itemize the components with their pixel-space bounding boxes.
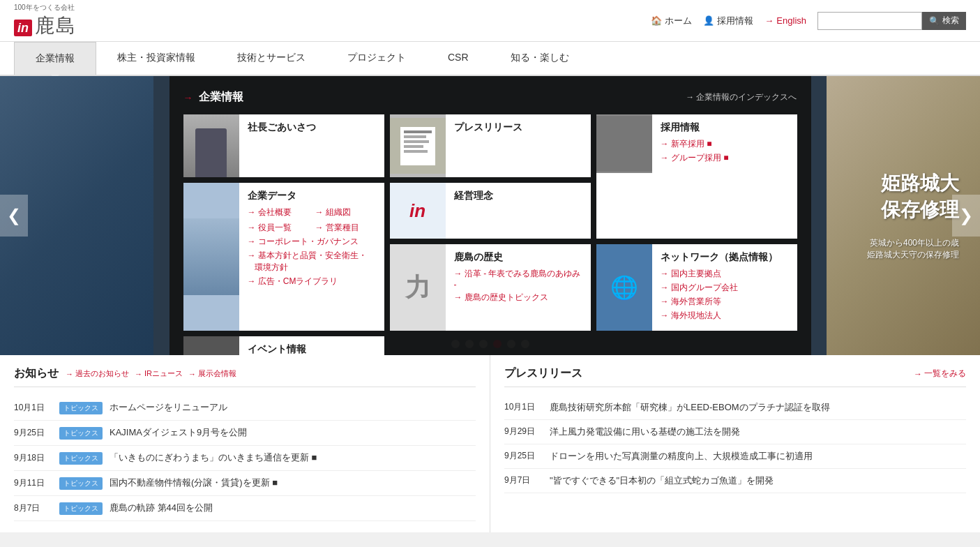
- hero-text-right: 姫路城大 保存修理 英城から400年以上の歳 姫路城大天守の保存修理: [867, 170, 959, 261]
- news-tag-ir[interactable]: → IRニュース: [135, 368, 183, 379]
- press-item-2: 9月29日 洋上風力発電設備に用いる基礎の施工法を開発: [504, 420, 966, 444]
- hero-title: 姫路城大: [867, 170, 959, 197]
- home-link[interactable]: 🏠 ホーム: [651, 15, 692, 27]
- news-tag-exhibition[interactable]: → 展示会情報: [188, 368, 236, 379]
- company-governance-link[interactable]: → コーポレート・ガバナンス: [248, 236, 376, 248]
- recruit-new-grad-link[interactable]: → 新卒採用 ■: [661, 138, 789, 150]
- company-overview-link[interactable]: → 会社概要: [248, 207, 308, 218]
- search-input[interactable]: [817, 12, 922, 30]
- news-text-2[interactable]: KAJIMAダイジェスト9月号を公開: [110, 426, 476, 439]
- company-directors-link[interactable]: → 役員一覧: [248, 222, 308, 234]
- recruit-label: 採用情報: [717, 15, 753, 27]
- news-date-4: 9月11日: [14, 477, 52, 489]
- card-management-title: 経営理念: [454, 190, 582, 202]
- press-date-4: 9月7日: [504, 474, 543, 487]
- card-history-title: 鹿島の歴史: [454, 251, 582, 264]
- card-press[interactable]: プレスリリース: [390, 114, 591, 177]
- nav-item-tech[interactable]: 技術とサービス: [216, 42, 326, 75]
- english-label: English: [776, 15, 806, 26]
- logo-name: 鹿島: [35, 15, 77, 36]
- news-text-3[interactable]: 「いきものにぎわうまち」のいきまち通信を更新 ■: [110, 451, 476, 464]
- card-network-inner: 🌐 ネットワーク（拠点情報） → 国内主要拠点 → 国内グループ会社 → 海外営…: [596, 244, 797, 331]
- company-policy-link[interactable]: → 基本方針と品質・安全衛生・ 環境方針: [248, 250, 376, 274]
- tag-arrow-ir: →: [135, 370, 142, 378]
- management-image: in: [390, 183, 446, 239]
- press-text-1[interactable]: 鹿島技術研究所本館「研究棟」がLEED-EBOMのプラチナ認証を取得: [550, 401, 966, 414]
- card-event[interactable]: イベント情報 → 展示会情報 → 見学会情報: [183, 336, 384, 355]
- news-item-3: 9月18日 トピックス 「いきものにぎわうまち」のいきまち通信を更新 ■: [14, 446, 476, 471]
- card-president[interactable]: 社長ごあいさつ: [183, 114, 384, 177]
- history-topics-link[interactable]: → 鹿島の歴史トピックス: [454, 292, 582, 304]
- search-button[interactable]: 🔍 検索: [922, 12, 966, 30]
- news-item-2: 9月25日 トピックス KAJIMAダイジェスト9月号を公開: [14, 421, 476, 446]
- nav-item-investors[interactable]: 株主・投資家情報: [96, 42, 216, 75]
- logo-area: 100年をつくる会社 in 鹿島: [14, 3, 77, 39]
- slide-next-button[interactable]: ❯: [952, 195, 980, 237]
- news-text-1[interactable]: ホームページをリニューアル: [110, 401, 476, 414]
- card-press-content: プレスリリース: [446, 114, 591, 177]
- press-item-4: 9月7日 "皆ですぐできる"日本初の「組立式蛇カゴ魚道」を開発: [504, 469, 966, 493]
- news-text-4[interactable]: 国内不動産物件情報(分譲・賃貸)を更新 ■: [110, 477, 476, 489]
- press-text-4[interactable]: "皆ですぐできる"日本初の「組立式蛇カゴ魚道」を開発: [550, 474, 966, 487]
- logo-mark: in 鹿島: [14, 13, 77, 39]
- press-item-1: 10月1日 鹿島技術研究所本館「研究棟」がLEED-EBOMのプラチナ認証を取得: [504, 396, 966, 420]
- home-label: ホーム: [665, 15, 692, 27]
- history-image: 力: [390, 244, 446, 331]
- press-date-1: 10月1日: [504, 401, 543, 414]
- tag-label-ir: IRニュース: [144, 368, 183, 379]
- card-management-content: 経営理念: [446, 183, 591, 239]
- person-icon: 👤: [703, 15, 714, 26]
- card-company-inner: 企業データ → 会社概要 → 組織図 → 役員一覧 → 営業種目 → コーポレー…: [183, 183, 384, 331]
- dropdown-arrow-icon: →: [183, 92, 193, 103]
- news-header: お知らせ → 過去のお知らせ → IRニュース → 展示会情報: [14, 366, 476, 387]
- dropdown-grid: 社長ごあいさつ: [183, 114, 797, 355]
- news-section: お知らせ → 過去のお知らせ → IRニュース → 展示会情報 10月1日 トピ…: [0, 355, 490, 532]
- history-timeline-link[interactable]: → 沿革 - 年表でみる鹿島のあゆみ -: [454, 268, 582, 290]
- search-label: 検索: [942, 15, 959, 27]
- english-link[interactable]: → English: [764, 15, 806, 26]
- card-management[interactable]: in 経営理念: [390, 183, 591, 239]
- press-date-3: 9月25日: [504, 450, 543, 463]
- press-more-link[interactable]: → 一覧をみる: [914, 368, 966, 380]
- press-text-2[interactable]: 洋上風力発電設備に用いる基礎の施工法を開発: [550, 426, 966, 438]
- card-network[interactable]: 🌐 ネットワーク（拠点情報） → 国内主要拠点 → 国内グループ会社 → 海外営…: [596, 244, 797, 331]
- press-date-2: 9月29日: [504, 426, 543, 438]
- card-company[interactable]: 企業データ → 会社概要 → 組織図 → 役員一覧 → 営業種目 → コーポレー…: [183, 183, 384, 331]
- dropdown-index-link[interactable]: → 企業情報のインデックスへ: [686, 91, 797, 103]
- event-image: [183, 336, 239, 355]
- card-press-title: プレスリリース: [454, 121, 582, 134]
- press-title: プレスリリース: [504, 366, 582, 381]
- card-recruit-content: 採用情報 → 新卒採用 ■ → グループ採用 ■: [652, 114, 797, 173]
- card-event-content: イベント情報 → 展示会情報 → 見学会情報: [239, 336, 384, 355]
- company-cm-link[interactable]: → 広告・CMライブラリ: [248, 276, 376, 287]
- recruit-link[interactable]: 👤 採用情報: [703, 15, 753, 27]
- bottom-section: お知らせ → 過去のお知らせ → IRニュース → 展示会情報 10月1日 トピ…: [0, 355, 980, 532]
- nav-item-learn[interactable]: 知る・楽しむ: [490, 42, 590, 75]
- header-right: 🏠 ホーム 👤 採用情報 → English 🔍 検索: [651, 12, 966, 30]
- network-domestic-link[interactable]: → 国内主要拠点: [661, 268, 789, 280]
- news-text-5[interactable]: 鹿島の軌跡 第44回を公開: [110, 502, 476, 514]
- company-image: [183, 183, 239, 331]
- hero-desc-2: 姫路城大天守の保存修理: [867, 249, 959, 261]
- slide-prev-button[interactable]: ❮: [0, 195, 28, 237]
- network-overseas-link[interactable]: → 海外営業所等: [661, 296, 789, 308]
- network-group-link[interactable]: → 国内グループ会社: [661, 282, 789, 294]
- network-local-link[interactable]: → 海外現地法人: [661, 310, 789, 322]
- recruit-group-link[interactable]: → グループ採用 ■: [661, 152, 789, 164]
- card-recruit[interactable]: 採用情報 → 新卒採用 ■ → グループ採用 ■: [596, 114, 797, 239]
- company-business-link[interactable]: → 営業種目: [315, 222, 376, 234]
- network-image: 🌐: [596, 244, 652, 331]
- nav-item-projects[interactable]: プロジェクト: [326, 42, 427, 75]
- hero: ❮ → 企業情報 → 企業情報のインデックスへ 社長ごあいさつ: [0, 76, 980, 355]
- news-badge-2: トピックス: [59, 427, 103, 440]
- press-image: [390, 114, 446, 177]
- company-org-link[interactable]: → 組織図: [315, 207, 376, 218]
- press-text-3[interactable]: ドローンを用いた写真測量の精度向上、大規模造成工事に初適用: [550, 450, 966, 463]
- news-tag-past[interactable]: → 過去のお知らせ: [66, 368, 129, 379]
- nav-item-csr[interactable]: CSR: [427, 42, 490, 75]
- nav-item-corporate[interactable]: 企業情報: [14, 42, 96, 75]
- nav: 企業情報 株主・投資家情報 技術とサービス プロジェクト CSR 知る・楽しむ: [0, 42, 980, 76]
- news-item-1: 10月1日 トピックス ホームページをリニューアル: [14, 396, 476, 421]
- card-history[interactable]: 力 鹿島の歴史 → 沿革 - 年表でみる鹿島のあゆみ - → 鹿島の歴史トピック…: [390, 244, 591, 331]
- news-badge-5: トピックス: [59, 502, 103, 515]
